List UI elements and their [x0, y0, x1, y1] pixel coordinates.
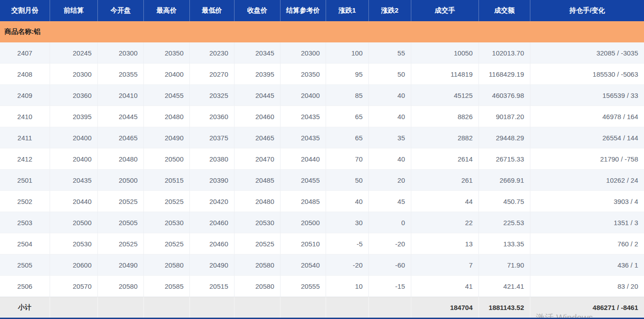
cell-settlement-ref: 20435 [281, 106, 326, 127]
cell-prev-settlement: 20400 [50, 148, 98, 170]
cell-open-interest: 1351 / 3 [530, 212, 644, 233]
table-row-2502[interactable]: 2502204402052520525204202048020485404544… [0, 191, 644, 212]
cell-low: 20360 [190, 106, 235, 127]
cell-volume: 44 [411, 191, 479, 212]
cell-volume: 114819 [411, 64, 479, 85]
cell-month: 2501 [0, 170, 50, 191]
cell-change1: 100 [326, 42, 369, 64]
cell-change2: 45 [369, 191, 411, 212]
subtotal-spacer [235, 297, 281, 318]
table-row-2505[interactable]: 2505206002049020580204902058020540-20-60… [0, 254, 644, 276]
subtotal-label: 小计 [0, 297, 50, 318]
table-row-2501[interactable]: 2501204352050020515203902048520455502026… [0, 170, 644, 191]
cell-close: 20395 [235, 64, 281, 85]
cell-prev-settlement: 20360 [50, 85, 98, 106]
cell-high: 20515 [144, 170, 190, 191]
cell-open: 20580 [98, 276, 144, 297]
cell-open: 20300 [98, 42, 144, 64]
table-row-2412[interactable]: 2412204002048020500203802047020440704026… [0, 148, 644, 170]
subtotal-open-interest: 486271 / -8461 [530, 297, 644, 318]
col-header-high: 最高价 [144, 0, 190, 21]
cell-volume: 2882 [411, 127, 479, 148]
subtotal-spacer [281, 297, 326, 318]
cell-change1: 65 [326, 127, 369, 148]
cell-change1: 50 [326, 170, 369, 191]
cell-change1: -20 [326, 254, 369, 276]
cell-turnover: 450.75 [479, 191, 530, 212]
cell-open: 20480 [98, 148, 144, 170]
cell-prev-settlement: 20570 [50, 276, 98, 297]
cell-change2: 50 [369, 64, 411, 85]
cell-turnover: 26715.33 [479, 148, 530, 170]
cell-turnover: 29448.29 [479, 127, 530, 148]
cell-high: 20585 [144, 276, 190, 297]
table-row-2411[interactable]: 2411204002046520490203752046520435653528… [0, 127, 644, 148]
quote-table-header: 交割月份前结算今开盘最高价最低价收盘价结算参考价涨跌1涨跌2成交手成交额持仓手/… [0, 0, 644, 21]
cell-change1: 70 [326, 148, 369, 170]
col-header-settlement-ref: 结算参考价 [281, 0, 326, 21]
cell-close: 20485 [235, 170, 281, 191]
table-row-2503[interactable]: 2503205002050520530204602053020500300222… [0, 212, 644, 233]
cell-turnover: 225.53 [479, 212, 530, 233]
cell-settlement-ref: 20540 [281, 254, 326, 276]
cell-change2: 20 [369, 170, 411, 191]
cell-low: 20390 [190, 170, 235, 191]
cell-month: 2505 [0, 254, 50, 276]
cell-month: 2412 [0, 148, 50, 170]
cell-settlement-ref: 20510 [281, 233, 326, 254]
cell-open-interest: 3903 / 4 [530, 191, 644, 212]
cell-month: 2408 [0, 64, 50, 85]
cell-change1: 40 [326, 191, 369, 212]
subtotal-spacer [50, 297, 98, 318]
table-row-2408[interactable]: 2408203002035520400202702039520350955011… [0, 64, 644, 85]
cell-low: 20380 [190, 148, 235, 170]
cell-high: 20455 [144, 85, 190, 106]
cell-volume: 10050 [411, 42, 479, 64]
cell-close: 20465 [235, 127, 281, 148]
cell-volume: 2614 [411, 148, 479, 170]
cell-close: 20480 [235, 191, 281, 212]
cell-low: 20460 [190, 233, 235, 254]
cell-high: 20500 [144, 148, 190, 170]
table-row-2409[interactable]: 2409203602041020455203252044520400854045… [0, 85, 644, 106]
cell-turnover: 2669.91 [479, 170, 530, 191]
cell-open-interest: 185530 / -5063 [530, 64, 644, 85]
col-header-change2: 涨跌2 [369, 0, 411, 21]
commodity-group-row: 商品名称:铝 [0, 21, 644, 42]
col-header-prev-settlement: 前结算 [50, 0, 98, 21]
cell-month: 2407 [0, 42, 50, 64]
cell-settlement-ref: 20485 [281, 191, 326, 212]
table-row-2506[interactable]: 250620570205802058520515205802055510-154… [0, 276, 644, 297]
table-row-2410[interactable]: 2410203952044520480203602046020435654088… [0, 106, 644, 127]
cell-prev-settlement: 20435 [50, 170, 98, 191]
cell-settlement-ref: 20555 [281, 276, 326, 297]
col-header-close: 收盘价 [235, 0, 281, 21]
cell-turnover: 421.41 [479, 276, 530, 297]
cell-volume: 41 [411, 276, 479, 297]
cell-settlement-ref: 20455 [281, 170, 326, 191]
col-header-open-interest: 持仓手/变化 [530, 0, 644, 21]
cell-change1: 30 [326, 212, 369, 233]
cell-high: 20480 [144, 106, 190, 127]
table-row-2504[interactable]: 2504205302052520525204602052520510-5-201… [0, 233, 644, 254]
cell-settlement-ref: 20350 [281, 64, 326, 85]
cell-high: 20525 [144, 233, 190, 254]
cell-change2: 40 [369, 106, 411, 127]
commodity-name-label: 商品名称:铝 [0, 21, 644, 42]
cell-close: 20345 [235, 42, 281, 64]
cell-settlement-ref: 20435 [281, 127, 326, 148]
cell-open-interest: 83 / 20 [530, 276, 644, 297]
subtotal-volume: 184704 [411, 297, 479, 318]
cell-prev-settlement: 20395 [50, 106, 98, 127]
table-row-2407[interactable]: 2407202452030020350202302034520300100551… [0, 42, 644, 64]
header-row: 交割月份前结算今开盘最高价最低价收盘价结算参考价涨跌1涨跌2成交手成交额持仓手/… [0, 0, 644, 21]
cell-volume: 13 [411, 233, 479, 254]
cell-month: 2503 [0, 212, 50, 233]
cell-open-interest: 21790 / -758 [530, 148, 644, 170]
cell-high: 20530 [144, 212, 190, 233]
cell-change2: -15 [369, 276, 411, 297]
cell-close: 20525 [235, 233, 281, 254]
cell-month: 2502 [0, 191, 50, 212]
col-header-low: 最低价 [190, 0, 235, 21]
subtotal-spacer [326, 297, 369, 318]
